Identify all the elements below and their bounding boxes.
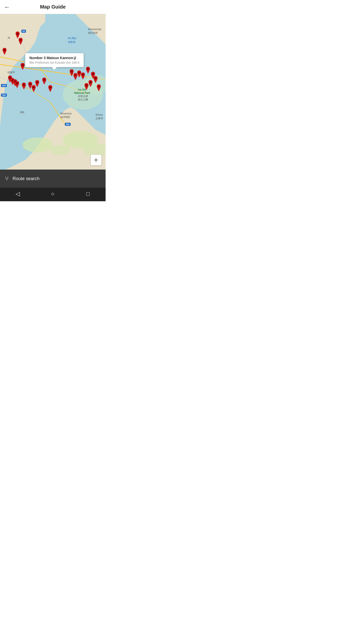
route-badge: 260	[65, 123, 71, 126]
svg-point-40	[92, 73, 94, 75]
svg-point-42	[89, 81, 92, 83]
map-pin[interactable]	[31, 85, 37, 94]
map-callout[interactable]: Number 3 Matsuo Kannon-ji Mie Prefecture…	[25, 53, 84, 67]
map-pin[interactable]	[21, 83, 27, 92]
nav-recent-button[interactable]: □	[80, 188, 96, 200]
map-pin[interactable]	[96, 84, 102, 93]
svg-point-23	[4, 49, 6, 51]
bottom-navigation: ◁ ○ □	[0, 188, 106, 201]
route-badge: 166	[1, 84, 7, 87]
route-search-bar[interactable]: ⑂ Route search	[0, 170, 106, 188]
callout-title: Number 3 Matsuo Kannon-ji	[29, 56, 79, 60]
zoom-in-button[interactable]: +	[90, 154, 102, 166]
route-badge: 93	[21, 30, 26, 33]
svg-point-24	[22, 64, 24, 66]
svg-point-34	[49, 86, 51, 88]
header: ← Map Guide	[0, 0, 106, 14]
page-title: Map Guide	[40, 4, 66, 10]
route-search-label: Route search	[13, 176, 39, 181]
svg-point-44	[98, 86, 100, 88]
svg-point-32	[43, 79, 45, 81]
map-pin[interactable]	[14, 81, 20, 90]
nav-home-button[interactable]: ○	[45, 188, 60, 200]
back-button[interactable]: ←	[4, 4, 10, 11]
svg-point-19	[50, 145, 70, 155]
map-pin[interactable]	[20, 63, 26, 72]
svg-point-17	[23, 137, 53, 152]
map-pin[interactable]	[18, 38, 24, 47]
map-pin[interactable]	[41, 77, 47, 87]
map-container[interactable]: Ise Bay伊勢湾Minamichita南知多町MIEIse-ShiNatio…	[0, 14, 106, 170]
route-badge: 368	[1, 94, 7, 97]
map-pin[interactable]	[47, 85, 53, 94]
svg-point-31	[36, 81, 38, 83]
svg-point-41	[95, 77, 97, 79]
svg-point-39	[87, 68, 89, 70]
svg-point-30	[29, 83, 31, 85]
svg-point-35	[71, 70, 73, 72]
svg-point-28	[16, 82, 18, 84]
svg-point-21	[17, 33, 19, 35]
svg-point-33	[33, 86, 35, 88]
route-icon: ⑂	[5, 175, 9, 182]
svg-point-43	[85, 84, 87, 86]
svg-point-29	[23, 84, 25, 86]
svg-point-38	[82, 74, 84, 76]
nav-back-button[interactable]: ◁	[10, 188, 25, 200]
map-pin[interactable]	[83, 83, 89, 92]
svg-point-22	[20, 39, 22, 41]
callout-subtitle: Mie Prefecture Ise Kusube-cho 156-6	[29, 61, 79, 64]
map-pin[interactable]	[2, 48, 8, 57]
